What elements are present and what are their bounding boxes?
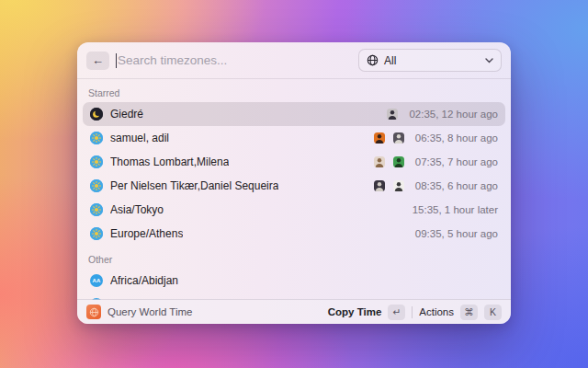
sun-icon <box>90 203 103 216</box>
sun-icon <box>90 132 103 144</box>
avatar-group <box>374 132 404 144</box>
avatar <box>393 132 404 144</box>
globe-icon <box>367 54 379 66</box>
timezone-time: 08:35, 6 hour ago <box>415 180 498 191</box>
timezone-list: Starred Giedré 02:35, 12 hour ago samuel… <box>77 79 511 300</box>
timezone-title: Thomas Lombart,Milena <box>110 155 229 168</box>
action-bar: Query World Time Copy Time ↵ Actions ⌘ K <box>77 299 511 324</box>
enter-key-icon: ↵ <box>388 305 405 320</box>
timezone-title: Africa/Abidjan <box>110 274 178 287</box>
list-item[interactable]: Europe/Athens 09:35, 5 hour ago <box>83 222 505 246</box>
list-item[interactable]: samuel, adil 06:35, 8 hour ago <box>83 126 505 150</box>
avatar <box>387 109 398 120</box>
initials-icon: AA <box>90 274 103 287</box>
list-item[interactable]: Per Nielsen Tikær,Daniel Sequeira 08:35,… <box>83 174 505 198</box>
sun-icon <box>90 227 103 240</box>
avatar <box>393 156 404 167</box>
avatar <box>374 132 385 144</box>
timezone-time: 02:35, 12 hour ago <box>409 109 498 120</box>
back-button[interactable]: ← <box>86 52 109 70</box>
top-bar: ← All <box>77 42 511 79</box>
actions-menu[interactable]: Actions <box>419 306 454 317</box>
sun-icon <box>90 179 103 192</box>
avatar-group <box>387 109 398 120</box>
copy-time-action[interactable]: Copy Time <box>328 306 382 317</box>
filter-value: All <box>384 54 480 67</box>
avatar-group <box>374 180 404 191</box>
filter-dropdown[interactable]: All <box>358 49 502 72</box>
timezone-title: Giedré <box>110 108 143 121</box>
k-key-icon: K <box>484 305 502 320</box>
timezone-title: Europe/Athens <box>110 227 183 240</box>
avatar-group <box>374 156 404 167</box>
list-item[interactable]: Giedré 02:35, 12 hour ago <box>83 102 505 126</box>
divider <box>412 306 413 318</box>
search-input[interactable] <box>118 53 358 67</box>
text-caret <box>116 53 117 68</box>
app-icon <box>86 305 101 319</box>
avatar <box>393 180 404 191</box>
chevron-down-icon <box>485 58 493 63</box>
launcher-window: ← All Starred Giedré <box>77 42 511 324</box>
timezone-time: 09:35, 5 hour ago <box>415 228 498 239</box>
avatar <box>374 180 385 191</box>
app-name: Query World Time <box>107 306 322 317</box>
list-item[interactable]: Thomas Lombart,Milena 07:35, 7 hour ago <box>83 150 505 174</box>
list-item[interactable]: AA Africa/Abidjan <box>83 269 505 293</box>
section-header-other: Other <box>83 251 505 269</box>
command-key-icon: ⌘ <box>460 305 478 320</box>
moon-icon <box>90 108 103 121</box>
timezone-title: Asia/Tokyo <box>110 203 164 216</box>
timezone-title: samuel, adil <box>110 132 169 144</box>
timezone-title: Per Nielsen Tikær,Daniel Sequeira <box>110 179 278 192</box>
back-arrow-icon: ← <box>92 52 104 70</box>
timezone-time: 07:35, 7 hour ago <box>415 156 498 167</box>
timezone-time: 15:35, 1 hour later <box>413 204 498 215</box>
sun-icon <box>90 155 103 168</box>
timezone-time: 06:35, 8 hour ago <box>415 132 498 144</box>
avatar <box>374 156 385 167</box>
section-header-starred: Starred <box>83 85 505 102</box>
list-item[interactable]: Asia/Tokyo 15:35, 1 hour later <box>83 198 505 222</box>
